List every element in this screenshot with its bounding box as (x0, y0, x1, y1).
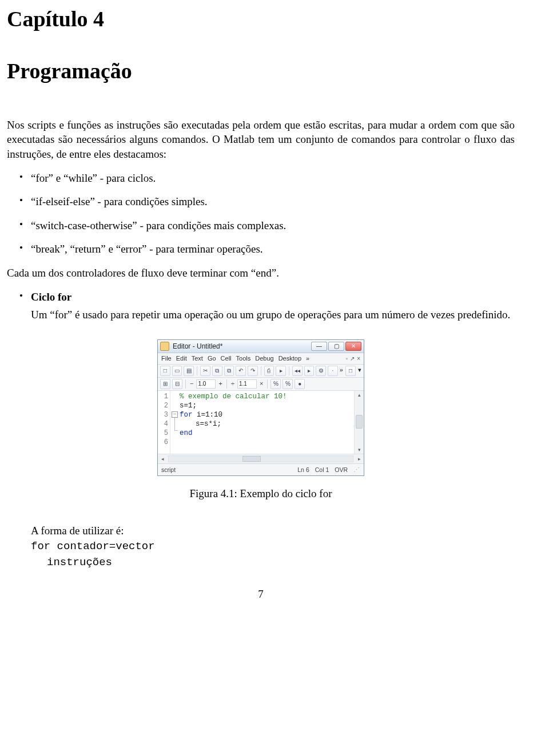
line-number: 5 (158, 429, 168, 438)
breakpoint-icon[interactable]: ⚙ (316, 366, 326, 376)
menu-cell[interactable]: Cell (221, 354, 232, 363)
code-line-5: end (180, 429, 193, 437)
line-number: 1 (158, 392, 168, 401)
figure-wrap: Editor - Untitled* — ▢ ✕ File Edit Text … (7, 339, 515, 476)
minus-label[interactable]: − (189, 379, 194, 388)
open-file-icon[interactable]: ▭ (172, 366, 182, 376)
line-number: 4 (158, 419, 168, 429)
fold-toggle-icon[interactable]: − (172, 411, 178, 418)
copy-icon[interactable]: ⧉ (212, 366, 222, 376)
code-line-3-kw: for (180, 411, 197, 419)
ciclo-text: Um “for” é usado para repetir uma operaç… (31, 307, 515, 322)
dock-undock-icon[interactable]: ↗ (350, 355, 355, 363)
menu-text[interactable]: Text (192, 354, 203, 363)
toolbar-overflow-icon[interactable]: » (340, 366, 343, 376)
menu-tools[interactable]: Tools (236, 354, 251, 363)
code-area[interactable]: − % exemplo de calcular 10! s=1; for i=1… (170, 391, 354, 454)
cell-advance-icon[interactable]: ⊟ (172, 379, 182, 389)
run-icon[interactable]: ▸ (304, 366, 315, 376)
scroll-down-icon[interactable]: ▾ (355, 446, 364, 454)
bullet-item: “switch-case-otherwise” - para condições… (7, 218, 515, 233)
editor-menubar: File Edit Text Go Cell Tools Debug Deskt… (158, 353, 364, 365)
scroll-up-icon[interactable]: ▴ (355, 391, 364, 399)
editor-toolbar-2: ⊞ ⊟ − 1.0 + ÷ 1.1 × % % ● (158, 378, 364, 391)
toolbar-separator (289, 366, 289, 375)
save-icon[interactable]: ▤ (184, 366, 194, 376)
toolbar-separator (267, 379, 268, 389)
bullet-item: “for” e “while” - para ciclos. (7, 171, 515, 186)
minimize-button[interactable]: — (311, 342, 327, 351)
paste-icon[interactable]: ⧉ (224, 366, 234, 376)
scroll-right-icon[interactable]: ▸ (355, 455, 364, 462)
line-number: 6 (158, 438, 168, 447)
usage-lead: A forma de utilizar é: (31, 523, 515, 538)
status-left: script (161, 466, 176, 474)
usage-block: A forma de utilizar é: for contador=vect… (31, 523, 515, 570)
code-line-4: s=s*i; (196, 420, 221, 428)
toolbar-separator (197, 366, 197, 375)
chapter-title: Programação (7, 57, 515, 86)
editor-window: Editor - Untitled* — ▢ ✕ File Edit Text … (157, 339, 364, 476)
chapter-label: Capítulo 4 (7, 5, 515, 34)
fold-guide (174, 418, 175, 430)
resize-grip-icon[interactable]: ⋰ (353, 466, 360, 473)
menu-overflow-icon[interactable]: » (306, 354, 309, 363)
comment-icon[interactable]: % (270, 379, 281, 389)
status-col: Col 1 (315, 466, 329, 474)
editor-titlebar: Editor - Untitled* — ▢ ✕ (158, 340, 364, 353)
hscroll-track[interactable] (168, 455, 353, 462)
editor-title: Editor - Untitled* (173, 342, 222, 351)
maximize-button[interactable]: ▢ (328, 342, 344, 351)
menu-debug[interactable]: Debug (255, 354, 273, 363)
scroll-track[interactable] (355, 399, 364, 446)
undo-icon[interactable]: ↶ (236, 366, 246, 376)
new-file-icon[interactable]: □ (160, 366, 170, 376)
menu-edit[interactable]: Edit (176, 354, 187, 363)
toolbar-separator (261, 366, 261, 375)
stack-icon[interactable]: · (328, 366, 338, 376)
bullet-item-ciclo: Ciclo for Um “for” é usado para repetir … (7, 290, 515, 322)
menu-file[interactable]: File (161, 354, 172, 363)
line-number: 3 (158, 410, 168, 419)
times-label[interactable]: × (258, 379, 264, 388)
line-number: 2 (158, 401, 168, 410)
horizontal-scrollbar[interactable]: ◂ ▸ (158, 454, 364, 463)
print-icon[interactable]: ⎙ (264, 366, 274, 376)
dock-close-icon[interactable]: × (357, 355, 360, 363)
code-line-2: s=1; (180, 402, 197, 410)
menu-desktop[interactable]: Desktop (279, 354, 301, 363)
ciclo-heading: Ciclo for (31, 291, 71, 303)
intro-paragraph: Nos scripts e funções as instruções são … (7, 118, 515, 162)
uncomment-icon[interactable]: % (283, 379, 293, 389)
step-back-icon[interactable]: ◂◂ (292, 366, 303, 376)
page-number: 7 (7, 587, 515, 602)
vertical-scrollbar[interactable]: ▴ ▾ (354, 391, 364, 454)
close-button[interactable]: ✕ (345, 342, 361, 351)
bullet-list-2: Ciclo for Um “for” é usado para repetir … (7, 290, 515, 322)
scroll-left-icon[interactable]: ◂ (158, 455, 167, 462)
menu-go[interactable]: Go (208, 354, 216, 363)
bullet-list-1: “for” e “while” - para ciclos. “if-elsei… (7, 171, 515, 257)
hscroll-thumb[interactable] (242, 456, 261, 462)
find-icon[interactable]: ▸ (276, 366, 286, 376)
editor-statusbar: script Ln 6 Col 1 OVR ⋰ (158, 463, 364, 475)
code-line-1: % exemplo de calcular 10! (180, 393, 287, 401)
plus-label[interactable]: + (217, 379, 223, 388)
scroll-thumb[interactable] (356, 415, 363, 429)
code-line-3-rest: i=1:10 (197, 411, 222, 419)
increment-field-1[interactable]: 1.0 (196, 379, 216, 389)
usage-line-1: for contador=vector (31, 539, 515, 554)
divide-label[interactable]: ÷ (230, 379, 236, 388)
status-ovr: OVR (335, 466, 348, 474)
toolbar-dropdown-icon[interactable]: ▾ (358, 366, 361, 376)
cut-icon[interactable]: ✂ (200, 366, 210, 376)
status-line: Ln 6 (297, 466, 309, 474)
dock-minimize-icon[interactable]: ▫ (346, 355, 348, 363)
figure-caption: Figura 4.1: Exemplo do ciclo for (7, 486, 515, 501)
increment-field-2[interactable]: 1.1 (237, 379, 257, 389)
editor-body: 1 2 3 4 5 6 − % exemplo de calcular 10! … (158, 391, 364, 454)
toolbar-right-box-icon[interactable]: □ (345, 366, 356, 376)
redo-icon[interactable]: ↷ (248, 366, 258, 376)
record-icon[interactable]: ● (295, 379, 305, 389)
cell-eval-icon[interactable]: ⊞ (160, 379, 170, 389)
